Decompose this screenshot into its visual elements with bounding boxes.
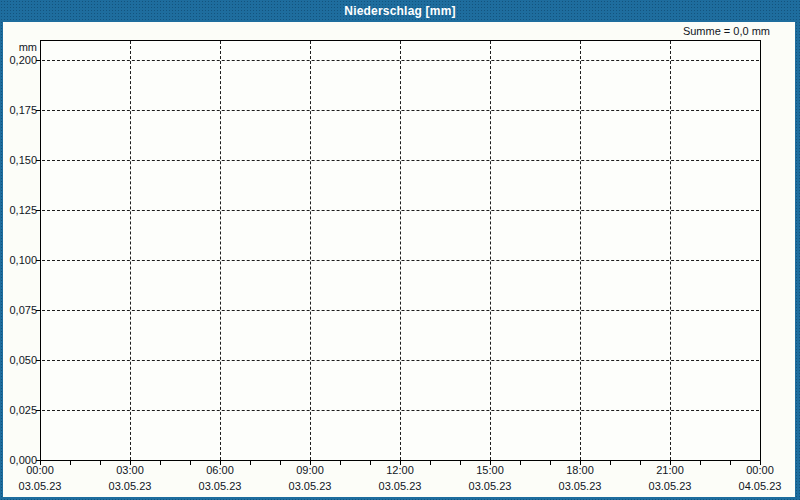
- y-axis-unit-label: mm: [3, 41, 37, 53]
- x-axis-time-label: 21:00: [635, 464, 705, 476]
- y-axis-label: 0,025: [3, 404, 37, 416]
- x-axis-tick: [100, 461, 101, 465]
- chart-window: Niederschlag [mm] Summe = 0,0 mm mm 0,00…: [0, 0, 800, 500]
- x-gridline: [310, 41, 311, 460]
- x-gridline: [670, 41, 671, 460]
- x-axis-tick: [760, 461, 761, 465]
- y-axis-label: 0,150: [3, 154, 37, 166]
- plot-area: [40, 40, 761, 461]
- x-axis-tick: [160, 461, 161, 465]
- x-axis-tick: [670, 461, 671, 465]
- sum-annotation: Summe = 0,0 mm: [683, 25, 770, 38]
- x-axis-tick: [430, 461, 431, 465]
- x-axis-tick: [220, 461, 221, 465]
- x-axis-date-label: 03.05.23: [185, 480, 255, 492]
- x-axis-time-label: 06:00: [185, 464, 255, 476]
- x-axis-time-label: 03:00: [95, 464, 165, 476]
- x-axis-tick: [520, 461, 521, 465]
- x-axis-tick: [70, 461, 71, 465]
- x-axis-time-label: 00:00: [725, 464, 795, 476]
- x-axis-tick: [730, 461, 731, 465]
- x-axis-tick: [130, 461, 131, 465]
- y-axis-label: 0,125: [3, 204, 37, 216]
- x-axis-tick: [490, 461, 491, 465]
- x-axis-tick: [280, 461, 281, 465]
- x-axis-date-label: 04.05.23: [725, 480, 795, 492]
- x-axis-time-label: 18:00: [545, 464, 615, 476]
- y-axis-label: 0,100: [3, 254, 37, 266]
- x-axis-tick: [190, 461, 191, 465]
- x-axis-tick: [400, 461, 401, 465]
- x-axis-date-label: 03.05.23: [635, 480, 705, 492]
- chart-title-bar: Niederschlag [mm]: [0, 0, 800, 22]
- x-axis-time-label: 15:00: [455, 464, 525, 476]
- x-axis-tick: [580, 461, 581, 465]
- x-axis-tick: [460, 461, 461, 465]
- x-axis-date-label: 03.05.23: [95, 480, 165, 492]
- x-gridline: [490, 41, 491, 460]
- x-axis-date-label: 03.05.23: [275, 480, 345, 492]
- x-axis-tick: [370, 461, 371, 465]
- x-gridline: [580, 41, 581, 460]
- x-axis-tick: [250, 461, 251, 465]
- x-axis-tick: [610, 461, 611, 465]
- x-axis-tick: [310, 461, 311, 465]
- chart-panel: Summe = 0,0 mm mm 0,0000,0250,0500,0750,…: [3, 22, 795, 497]
- x-axis-tick: [550, 461, 551, 465]
- x-axis-tick: [640, 461, 641, 465]
- x-axis-date-label: 03.05.23: [365, 480, 435, 492]
- y-axis-label: 0,200: [3, 54, 37, 66]
- x-axis-time-label: 09:00: [275, 464, 345, 476]
- x-axis-time-label: 12:00: [365, 464, 435, 476]
- x-axis-tick: [340, 461, 341, 465]
- x-axis-tick: [700, 461, 701, 465]
- x-axis-time-label: 00:00: [5, 464, 75, 476]
- x-gridline: [130, 41, 131, 460]
- y-axis-label: 0,050: [3, 354, 37, 366]
- y-axis-label: 0,075: [3, 304, 37, 316]
- chart-title: Niederschlag [mm]: [344, 4, 455, 18]
- y-axis-label: 0,175: [3, 104, 37, 116]
- x-axis-tick: [40, 461, 41, 465]
- x-axis-date-label: 03.05.23: [545, 480, 615, 492]
- x-gridline: [400, 41, 401, 460]
- x-axis-date-label: 03.05.23: [455, 480, 525, 492]
- x-axis-date-label: 03.05.23: [5, 480, 75, 492]
- x-gridline: [220, 41, 221, 460]
